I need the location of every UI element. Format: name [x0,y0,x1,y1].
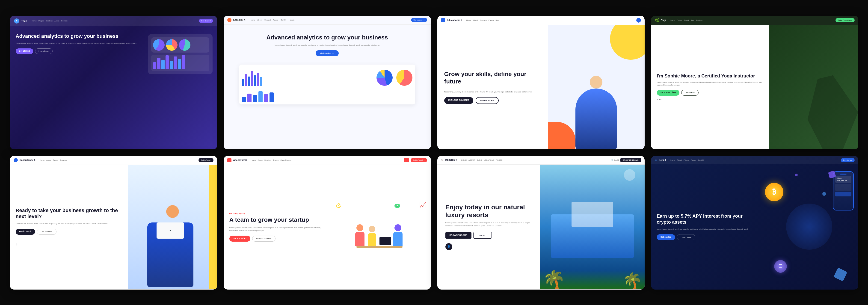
defi-hero: Earn up to 5.7% APY interest from your c… [651,164,858,289]
resort-hero-desc: Lorem ipsum dolor sit amet, consectetur … [445,221,532,227]
agency-hero: Marketing Agency A team to grow your sta… [224,165,431,289]
tech-nav-sections: Sections [45,20,53,22]
defi-hero-desc: Lorem ipsum dolor sit amet, consectetur … [657,228,755,231]
agency-navbar: AgencyproX Home About Services Pages Cas… [224,156,431,165]
agency-gear-icon: ⚙ [335,202,341,210]
yogi-nav-links: Home Pages About Blog Contact [670,19,703,21]
consultancy-btn-primary[interactable]: Get in touch [16,229,35,235]
resort-hero-text: Enjoy today in our natural luxury resort… [437,164,540,289]
yogi-cta-button[interactable]: Get a Free Class [836,18,855,22]
card-educationic[interactable]: Educationic X Home About Courses Pages B… [437,16,645,149]
saasplex-hero-title: Advanced analytics to grow your business [230,34,424,41]
consultancy-hero-title: Ready to take your business growth to th… [16,208,122,220]
agency-btn-primary[interactable]: Get a Touch + [229,236,250,242]
defi-logo-text: DeFi X [659,159,666,161]
card-agencypro[interactable]: AgencyproX Home About Services Pages Cas… [224,156,431,289]
edu-nav-blog: Blog [495,19,499,21]
consultancy-navbar: Consultancy X Home About Pages Services … [10,156,217,165]
agency-laptop [379,237,391,245]
tech-btn-primary[interactable]: Get Started [16,49,33,54]
edu-nav-pages: Pages [489,19,494,21]
saasplex-nav-links: Home About Contact Pages Cart(0) [250,19,286,21]
agency-chat-bubble: 💬 [395,204,400,208]
card-yogi[interactable]: 🌿 Yogi Home Pages About Blog Contact Get… [651,16,858,149]
resort-btn-secondary[interactable]: CONTACT [473,232,492,239]
yogi-btn-secondary[interactable]: Contact Us [681,90,699,96]
agency-chart-icon: 📈 [420,202,426,208]
saasplex-hero-btn[interactable]: Get started → [316,50,338,56]
saasplex-hero: Advanced analytics to grow your business… [224,25,431,61]
resort-hero: Enjoy today in our natural luxury resort… [437,164,645,289]
edu-logo-icon [441,18,445,22]
card-consultancy[interactable]: Consultancy X Home About Pages Services … [10,156,217,289]
defi-hero-title: Earn up to 5.7% APY interest from your c… [657,213,755,225]
saasplex-logo-icon [227,18,231,22]
card-resort[interactable]: 🐚 RESORT HOME ABOUT BLOG LOCATIONS PAGES… [437,156,645,289]
agency-desk [356,246,403,248]
agency-hero-buttons: Get a Touch + Browse Services [229,236,323,242]
yogi-btn-primary[interactable]: Get a Free Class [657,90,680,96]
saasplex-login[interactable]: Login [290,19,294,21]
consultancy-hero-image: 💻 [128,165,217,289]
resort-cart-link[interactable]: 🛒 CART [611,159,619,161]
consultancy-nav-services: Services [60,159,67,161]
saasplex-navbar: Saasplex X Home About Contact Pages Cart… [224,16,431,25]
consultancy-logo-text: Consultancy X [20,159,35,161]
yogi-signature: XOXO [657,99,764,100]
edu-explore-btn[interactable]: EXPLORE COURSES [444,97,473,104]
card-defi[interactable]: ⬡ DeFi X Home About Pricing Pages Cart(0… [651,156,858,289]
consultancy-btn-secondary[interactable]: Our services [37,229,57,235]
tech-get-started-button[interactable]: Get Started [199,19,213,23]
tech-nav-pages: Pages [38,20,44,22]
edu-accent-circle [610,25,645,60]
resort-palm-left: 🌴 [542,271,565,289]
card-saasplex[interactable]: Saasplex X Home About Contact Pages Cart… [224,16,431,149]
consultancy-hero-text: Ready to take your business growth to th… [10,165,128,289]
edu-person-head [590,76,602,89]
resort-btn-primary[interactable]: BROWSE ROOMS [445,232,471,239]
defi-btn-secondary[interactable]: Learn more [677,234,695,240]
yogi-hero-title: I'm Sophie Moore, a Certified Yoga Instr… [657,73,764,79]
resort-browse-rooms-button[interactable]: BROWSE ROOMS [620,158,641,162]
consultancy-person: 💻 [147,202,198,289]
agency-hero-desc: Lorem ipsum dolor sit amet, consectetur … [229,226,323,232]
consultancy-hero: Ready to take your business growth to th… [10,165,217,289]
saasplex-hero-desc: Lorem ipsum dolor sit amet, consectetur … [230,44,424,47]
agency-hero-text: Marketing Agency A team to grow your sta… [224,205,329,248]
card-tech[interactable]: T Tech Home Pages Sections About Contact… [10,16,217,149]
defi-cta-button[interactable]: Get started [841,158,855,162]
resort-building [571,202,613,227]
yogi-hero-desc: Lorem ipsum dolor sit amet, consectetur … [657,81,764,87]
resort-navbar: 🐚 RESORT HOME ABOUT BLOG LOCATIONS PAGES… [437,156,645,164]
agency-cta-button[interactable]: Get in Touch + [411,158,427,162]
agency-hero-title: A team to grow your startup [229,216,323,223]
consultancy-scroll-arrow: ↓ [16,241,122,246]
agency-person-2 [368,226,376,246]
agency-btn-secondary[interactable]: Browse Services [252,236,276,242]
resort-palm-right: 🌴 [622,273,642,289]
edu-accent-orange [548,122,576,149]
tech-logo-icon: T [14,19,19,24]
consultancy-cta-button[interactable]: Get in Touch [198,158,214,162]
saasplex-cta-button[interactable]: Get started → [411,18,427,22]
consultancy-yellow-bar [209,165,217,289]
edu-hero-text: Grow your skills, define your future Pre… [437,25,548,149]
edu-navbar: Educationic X Home About Courses Pages B… [437,16,645,25]
tech-nav-about: About [54,20,59,22]
agency-logo-icon [227,158,231,162]
defi-glow [786,204,832,250]
resort-logo-text: RESORT [445,159,458,161]
yogi-hero-text: I'm Sophie Moore, a Certified Yoga Instr… [651,25,769,149]
agency-illustration: ⚙ 📈 [328,197,431,257]
defi-btn-primary[interactable]: Get started [657,234,675,240]
consultancy-hero-buttons: Get in touch Our services [16,229,122,235]
defi-phone-mockup: Balance $12,328.24 [833,171,854,211]
edu-logo-text: Educationic X [447,19,462,22]
tech-logo-text: Tech [22,20,27,22]
tech-btn-secondary[interactable]: Learn More [35,49,53,54]
edu-learn-btn[interactable]: LEARN MORE [475,97,499,104]
agency-sub-label: Marketing Agency [229,212,323,214]
agency-team-group: 💬 [352,202,407,252]
tech-dashboard-visual [148,34,213,74]
consultancy-nav-pages: Pages [53,159,58,161]
